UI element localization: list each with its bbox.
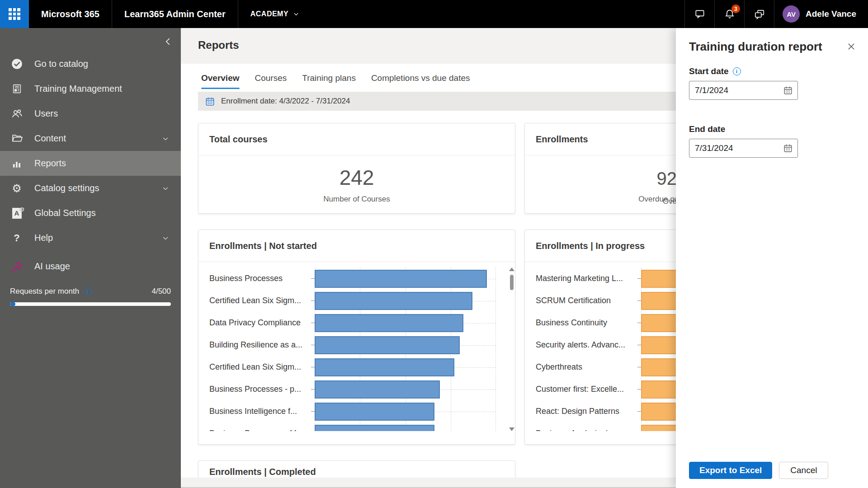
sidebar-item-go-to-catalog[interactable]: Go to catalog	[0, 52, 181, 76]
chart-row: Business Processes - p...	[209, 378, 496, 400]
tenant-selector[interactable]: ACADEMY	[238, 0, 311, 28]
start-date-value: 7/1/2024	[695, 85, 728, 95]
sidebar-item-label: Reports	[34, 158, 66, 169]
close-icon	[847, 42, 856, 51]
sidebar-item-label: Content	[34, 133, 66, 144]
chevron-down-icon	[162, 135, 169, 142]
info-icon[interactable]: i	[84, 287, 92, 296]
avatar[interactable]: AV	[783, 5, 800, 23]
cancel-button[interactable]: Cancel	[779, 462, 828, 479]
magic-wand-icon	[10, 260, 24, 273]
sidebar-item-label: Help	[34, 233, 53, 243]
chat-button[interactable]	[684, 0, 714, 28]
total-courses-card: Total courses 242 Number of Courses	[198, 123, 515, 214]
bar[interactable]	[315, 270, 487, 288]
tenant-name: ACADEMY	[250, 10, 288, 18]
axis-tick	[311, 323, 315, 323]
sidebar-item-catalog-settings[interactable]: ⚙ Catalog settings	[0, 176, 181, 201]
bar[interactable]	[315, 358, 454, 376]
chevron-down-icon	[162, 235, 169, 242]
axis-tick	[311, 389, 315, 389]
completed-chart-card-partial: Enrollments | Completed	[198, 460, 515, 478]
tab-completions-vs-due-dates[interactable]: Completions vs due dates	[371, 73, 470, 89]
category-label: React: Design Patterns	[536, 407, 637, 416]
end-date-field: End date 7/31/2024	[689, 124, 855, 158]
export-to-excel-button[interactable]: Export to Excel	[689, 462, 772, 479]
start-date-input[interactable]: 7/1/2024	[689, 81, 798, 100]
tab-overview[interactable]: Overview	[201, 73, 240, 89]
close-panel-button[interactable]	[846, 42, 856, 52]
feedback-button[interactable]	[744, 0, 774, 28]
sidebar-collapse-button[interactable]	[162, 35, 175, 48]
category-label: Security alerts. Advanc...	[536, 340, 637, 350]
total-courses-label: Number of Courses	[323, 195, 390, 204]
start-date-label: Start date	[689, 66, 729, 76]
waffle-icon	[9, 8, 20, 20]
question-icon: ?	[10, 232, 24, 244]
axis-tick	[637, 389, 641, 389]
calendar-icon[interactable]	[783, 85, 793, 95]
calendar-icon[interactable]	[783, 143, 793, 153]
app-launcher-button[interactable]	[0, 0, 29, 28]
axis-tick	[637, 345, 641, 345]
bar[interactable]	[315, 425, 434, 432]
bar[interactable]	[315, 314, 463, 332]
not-started-bar-chart: Business ProcessesCertified Lean Six Sig…	[209, 267, 496, 431]
enrollment-date-text: Enrollment date: 4/3/2022 - 7/31/2024	[221, 97, 350, 106]
sidebar-item-content[interactable]: Content	[0, 126, 181, 151]
scroll-up-icon[interactable]	[509, 267, 514, 271]
usage-value: 4/500	[151, 287, 171, 296]
category-label: Business Processes - p...	[209, 385, 311, 394]
usage-progress-bar	[10, 302, 171, 306]
chat-icon	[694, 8, 706, 20]
sidebar-item-global-settings[interactable]: A⚙ Global Settings	[0, 201, 181, 225]
tab-training-plans[interactable]: Training plans	[302, 73, 356, 89]
scroll-down-icon[interactable]	[509, 427, 514, 431]
category-label: Building Resilience as a...	[209, 340, 311, 350]
top-bar: Microsoft 365 Learn365 Admin Center ACAD…	[0, 0, 868, 28]
product-name[interactable]: Microsoft 365	[29, 0, 112, 28]
users-icon	[10, 108, 24, 120]
axis-tick	[311, 345, 315, 345]
axis-tick	[311, 367, 315, 367]
account-name: Adele Vance	[806, 9, 856, 19]
bar[interactable]	[315, 336, 460, 354]
sidebar-item-help[interactable]: ? Help	[0, 225, 181, 250]
axis-tick	[637, 323, 641, 323]
chart-scrollbar[interactable]	[509, 267, 515, 431]
tab-courses[interactable]: Courses	[255, 73, 287, 89]
account-menu[interactable]: AV Adele Vance	[774, 0, 868, 28]
sidebar-item-label: Go to catalog	[34, 59, 88, 69]
category-label: Business Processes	[209, 274, 311, 283]
end-date-value: 7/31/2024	[695, 143, 733, 153]
bar[interactable]	[315, 292, 472, 310]
scroll-thumb[interactable]	[510, 275, 514, 290]
sidebar-item-reports[interactable]: Reports	[0, 151, 181, 176]
chart-row: Building Resilience as a...	[209, 334, 496, 356]
axis-tick	[637, 411, 641, 412]
info-icon[interactable]: i	[733, 67, 741, 75]
category-label: Data Privacy Compliance	[209, 318, 311, 328]
sidebar-item-label: Users	[34, 108, 58, 119]
chevron-left-icon	[163, 37, 173, 47]
chevron-down-icon	[162, 185, 169, 192]
bar[interactable]	[315, 403, 434, 421]
axis-tick	[637, 367, 641, 367]
chart-row: Data Privacy Compliance	[209, 312, 496, 334]
end-date-input[interactable]: 7/31/2024	[689, 139, 798, 158]
notifications-button[interactable]: 3	[714, 0, 744, 28]
axis-tick	[311, 300, 315, 301]
sidebar-item-training-management[interactable]: Training Management	[0, 76, 181, 101]
bar[interactable]	[315, 380, 440, 399]
training-document-icon	[10, 83, 24, 94]
panel-title: Training duration report	[689, 40, 855, 54]
axis-tick	[311, 411, 315, 412]
chart-row: Business Intelligence f...	[209, 400, 496, 422]
sidebar-item-ai-usage[interactable]: AI usage	[0, 254, 181, 279]
sidebar-item-users[interactable]: Users	[0, 101, 181, 126]
card-title: Enrollments | Not started	[198, 230, 515, 262]
category-label: Mastering Marketing L...	[536, 274, 637, 283]
app-name[interactable]: Learn365 Admin Center	[112, 0, 238, 28]
global-settings-icon: A⚙	[10, 208, 24, 219]
usage-progress-fill	[10, 302, 15, 306]
